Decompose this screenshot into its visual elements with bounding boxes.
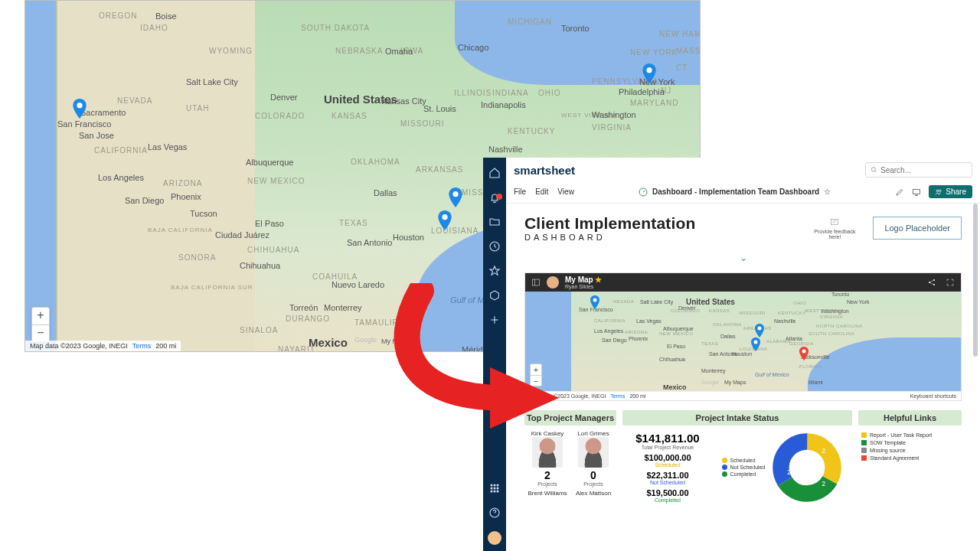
menu-view[interactable]: View bbox=[557, 187, 574, 196]
link-item[interactable]: Standard Agreement bbox=[861, 455, 959, 461]
link-item[interactable]: Missing source bbox=[861, 448, 959, 453]
mini-pin[interactable] bbox=[755, 324, 764, 337]
folder-icon[interactable] bbox=[488, 216, 501, 228]
search-input[interactable] bbox=[880, 166, 967, 174]
svg-point-24 bbox=[933, 284, 935, 285]
collapse-chevron-icon[interactable]: ⌄ bbox=[506, 249, 980, 269]
svg-point-25 bbox=[593, 298, 597, 302]
apps-grid-icon[interactable] bbox=[488, 482, 501, 494]
menu-file[interactable]: File bbox=[514, 187, 526, 196]
dashboard-title: Client Implementation bbox=[524, 214, 696, 233]
map-card-header: My Map ★ Ryan Slides bbox=[525, 273, 961, 292]
manager-count: 0 bbox=[573, 469, 613, 481]
state-label: ARIZONA bbox=[163, 179, 202, 187]
mini-state: Alabama bbox=[766, 339, 791, 344]
svg-rect-20 bbox=[831, 219, 838, 224]
menu-edit[interactable]: Edit bbox=[535, 187, 548, 196]
clock-icon[interactable] bbox=[488, 240, 501, 253]
mini-city: Chihuahua bbox=[659, 357, 685, 362]
mini-city: Salt Lake City bbox=[640, 299, 673, 305]
notification-badge bbox=[496, 194, 502, 200]
link-item[interactable]: SOW Template bbox=[861, 440, 959, 445]
mini-city: El Paso bbox=[667, 344, 685, 349]
svg-point-19 bbox=[939, 190, 942, 192]
city-label: Monterrey bbox=[324, 303, 362, 312]
scrollbar[interactable] bbox=[973, 204, 978, 525]
map-attribution: Map data ©2023 Google, INEGI Terms 200 m… bbox=[25, 341, 181, 351]
state-label: NEW HAMPSHIRE bbox=[659, 30, 701, 38]
city-label: Philadelphia bbox=[619, 87, 665, 96]
share-button[interactable]: Share bbox=[929, 185, 972, 198]
help-icon[interactable] bbox=[488, 507, 501, 519]
svg-text:2: 2 bbox=[822, 446, 826, 454]
manager-name[interactable]: Alex Mattson bbox=[573, 490, 613, 497]
scrollbar-thumb[interactable] bbox=[973, 204, 978, 357]
state-label: BAJA CALIFORNIA bbox=[148, 227, 213, 233]
scheduled-label: Scheduled bbox=[626, 462, 710, 468]
state-label: TEXAS bbox=[339, 219, 368, 227]
city-label: Sacramento bbox=[80, 108, 126, 117]
people-icon bbox=[935, 188, 942, 196]
state-label: MASS bbox=[676, 47, 701, 55]
mini-pin-red[interactable] bbox=[799, 347, 808, 360]
mini-terms-link[interactable]: Terms bbox=[610, 393, 625, 399]
svg-rect-17 bbox=[913, 189, 920, 194]
fullscreen-icon[interactable] bbox=[946, 278, 955, 287]
edit-pencil-icon[interactable] bbox=[895, 187, 904, 197]
mini-city: New York bbox=[847, 299, 870, 305]
city-label: El Paso bbox=[255, 219, 284, 228]
mini-country-label: Mexico bbox=[663, 383, 687, 391]
legend-item: Not Scheduled bbox=[730, 465, 766, 470]
mini-state: Virginia bbox=[820, 315, 843, 319]
state-label: MARYLAND bbox=[630, 99, 678, 107]
keyboard-shortcuts-link[interactable]: Keyboard shortcuts bbox=[910, 393, 956, 399]
map-pin-louisiana[interactable] bbox=[438, 210, 452, 230]
mini-pin[interactable] bbox=[590, 295, 599, 309]
mini-gulf-label: Gulf of Mexico bbox=[755, 372, 789, 377]
document-title: Dashboard - Implementation Team Dashboar… bbox=[652, 187, 819, 196]
mini-state: Ohio bbox=[793, 301, 806, 305]
svg-point-5 bbox=[491, 484, 492, 486]
mini-pin[interactable] bbox=[751, 337, 760, 351]
manager-name[interactable]: Brent Williams bbox=[528, 490, 567, 497]
map-pin-sacramento[interactable] bbox=[73, 99, 87, 119]
city-label: Nashville bbox=[488, 145, 523, 154]
state-label: MISSOURI bbox=[400, 119, 444, 128]
map-pin-newyork[interactable] bbox=[642, 64, 656, 83]
map-terms-link[interactable]: Terms bbox=[132, 342, 152, 350]
share-map-icon[interactable] bbox=[927, 278, 936, 287]
mini-city: Toronto bbox=[831, 292, 849, 297]
search-icon bbox=[871, 166, 877, 174]
search-box[interactable] bbox=[865, 162, 972, 178]
zoom-out-button[interactable]: − bbox=[32, 324, 49, 341]
state-label: CHIHUAHUA bbox=[247, 246, 299, 254]
state-label: VIRGINIA bbox=[592, 123, 632, 132]
dashboard-subtitle: DASHBOARD bbox=[524, 233, 696, 242]
state-label: INDIANA bbox=[492, 89, 529, 97]
zoom-in-button[interactable]: + bbox=[32, 308, 49, 324]
home-icon[interactable] bbox=[488, 167, 501, 179]
embedded-map[interactable]: United States Mexico Gulf of Mexico My M… bbox=[525, 292, 961, 391]
state-label: SOUTH DAKOTA bbox=[301, 24, 370, 32]
avatar[interactable] bbox=[488, 531, 501, 545]
map-title: My Map bbox=[565, 276, 593, 284]
city-label: Salt Lake City bbox=[186, 77, 238, 86]
svg-point-27 bbox=[754, 341, 758, 344]
state-label: SINALOA bbox=[240, 326, 278, 334]
mini-city: Los Angeles bbox=[594, 328, 623, 334]
link-item[interactable]: Report - User Task Report bbox=[861, 432, 959, 438]
star-icon[interactable] bbox=[488, 265, 501, 277]
feedback-widget[interactable]: Provide feedback here! bbox=[812, 217, 858, 240]
map-pin-mississippi[interactable] bbox=[449, 187, 462, 207]
manager-card[interactable]: Lori Grimes 0 Projects bbox=[573, 430, 613, 487]
favorite-star-icon[interactable]: ☆ bbox=[824, 187, 831, 196]
mini-state: Colorado bbox=[671, 308, 700, 313]
present-icon[interactable] bbox=[912, 187, 921, 197]
svg-point-6 bbox=[494, 484, 495, 486]
mini-state: Georgia bbox=[789, 341, 814, 346]
manager-card[interactable]: Kirk Caskey 2 Projects bbox=[528, 430, 567, 487]
city-label: Chicago bbox=[458, 43, 488, 52]
widget-header: Project Intake Status bbox=[622, 410, 852, 425]
total-revenue: $141,811.00 bbox=[626, 432, 710, 445]
feedback-icon bbox=[829, 217, 840, 228]
